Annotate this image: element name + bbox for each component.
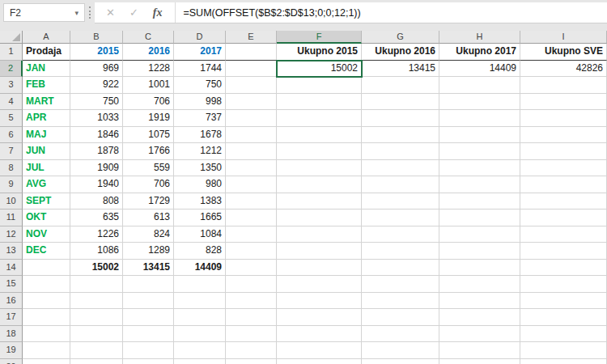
cell-G19[interactable] [362,342,439,359]
cell-B18[interactable] [70,326,123,343]
cell-A3[interactable]: FEB [23,77,70,94]
cell-C7[interactable]: 1766 [123,143,174,160]
column-header-C[interactable]: C [123,31,174,44]
cell-F14[interactable] [277,260,362,277]
cell-F4[interactable] [277,94,362,111]
cell-F9[interactable] [277,176,362,193]
cell-I9[interactable] [520,176,607,193]
cell-D6[interactable]: 1678 [174,127,226,144]
cell-I20[interactable] [520,359,607,364]
cell-G2[interactable]: 13415 [362,61,439,78]
column-header-G[interactable]: G [362,31,439,44]
row-header-11[interactable]: 11 [0,210,23,226]
row-header-8[interactable]: 8 [0,160,23,177]
cell-A17[interactable] [23,309,70,326]
cell-A6[interactable]: MAJ [23,127,70,144]
cell-C6[interactable]: 1075 [123,127,174,144]
cell-F8[interactable] [277,160,362,177]
cell-E9[interactable] [226,176,277,193]
cell-D11[interactable]: 1665 [174,210,226,226]
cell-F15[interactable] [277,276,362,293]
cell-E14[interactable] [226,260,277,277]
cell-E17[interactable] [226,309,277,326]
cell-C4[interactable]: 706 [123,94,174,111]
cell-I14[interactable] [520,260,607,277]
cell-G18[interactable] [362,326,439,343]
cell-D17[interactable] [174,309,226,326]
cell-E19[interactable] [226,342,277,359]
cell-D7[interactable]: 1212 [174,143,226,160]
cell-I15[interactable] [520,276,607,293]
cell-B16[interactable] [70,293,123,310]
cell-C13[interactable]: 1289 [123,243,174,260]
column-header-F[interactable]: F [277,31,362,44]
cell-F7[interactable] [277,143,362,160]
cell-A20[interactable] [23,359,70,364]
cell-F13[interactable] [277,243,362,260]
cell-C3[interactable]: 1001 [123,77,174,94]
cell-E3[interactable] [226,77,277,94]
cell-B1[interactable]: 2015 [70,44,123,61]
row-header-5[interactable]: 5 [0,110,23,127]
name-box[interactable]: F2 ▾ [3,3,85,22]
cell-E6[interactable] [226,127,277,144]
cell-E11[interactable] [226,210,277,226]
cell-D20[interactable] [174,359,226,364]
cell-F17[interactable] [277,309,362,326]
cell-A10[interactable]: SEPT [23,193,70,210]
cell-G8[interactable] [362,160,439,177]
row-header-10[interactable]: 10 [0,193,23,210]
cell-H20[interactable] [439,359,520,364]
cell-F11[interactable] [277,210,362,226]
cell-I19[interactable] [520,342,607,359]
cell-G5[interactable] [362,110,439,127]
cell-C8[interactable]: 559 [123,160,174,177]
cell-A16[interactable] [23,293,70,310]
cell-I13[interactable] [520,243,607,260]
cell-I10[interactable] [520,193,607,210]
cell-C5[interactable]: 1919 [123,110,174,127]
cell-H15[interactable] [439,276,520,293]
cell-I18[interactable] [520,326,607,343]
cell-D15[interactable] [174,276,226,293]
cell-I2[interactable]: 42826 [520,61,607,78]
cell-H8[interactable] [439,160,520,177]
row-header-16[interactable]: 16 [0,293,23,310]
cell-B3[interactable]: 922 [70,77,123,94]
cell-I12[interactable] [520,226,607,243]
cell-H5[interactable] [439,110,520,127]
cell-D3[interactable]: 750 [174,77,226,94]
cell-H19[interactable] [439,342,520,359]
cell-E7[interactable] [226,143,277,160]
cell-B8[interactable]: 1909 [70,160,123,177]
cell-F1[interactable]: Ukupno 2015 [277,44,362,61]
column-header-E[interactable]: E [226,31,277,44]
cell-A8[interactable]: JUL [23,160,70,177]
cell-B5[interactable]: 1033 [70,110,123,127]
cell-A2[interactable]: JAN [23,61,70,78]
cell-A5[interactable]: APR [23,110,70,127]
column-header-I[interactable]: I [520,31,607,44]
cell-C12[interactable]: 824 [123,226,174,243]
cell-I4[interactable] [520,94,607,111]
cell-C14[interactable]: 13415 [123,260,174,277]
cell-C20[interactable] [123,359,174,364]
cell-D1[interactable]: 2017 [174,44,226,61]
cell-E1[interactable] [226,44,277,61]
cell-H14[interactable] [439,260,520,277]
cell-I1[interactable]: Ukupno SVE [520,44,607,61]
cell-D14[interactable]: 14409 [174,260,226,277]
cell-B12[interactable]: 1226 [70,226,123,243]
cell-E12[interactable] [226,226,277,243]
row-header-13[interactable]: 13 [0,243,23,260]
cell-F12[interactable] [277,226,362,243]
cell-G15[interactable] [362,276,439,293]
cell-B19[interactable] [70,342,123,359]
cell-D5[interactable]: 737 [174,110,226,127]
cell-H9[interactable] [439,176,520,193]
row-header-4[interactable]: 4 [0,94,23,111]
cell-H2[interactable]: 14409 [439,61,520,78]
cell-I16[interactable] [520,293,607,310]
cell-H17[interactable] [439,309,520,326]
row-header-19[interactable]: 19 [0,342,23,359]
